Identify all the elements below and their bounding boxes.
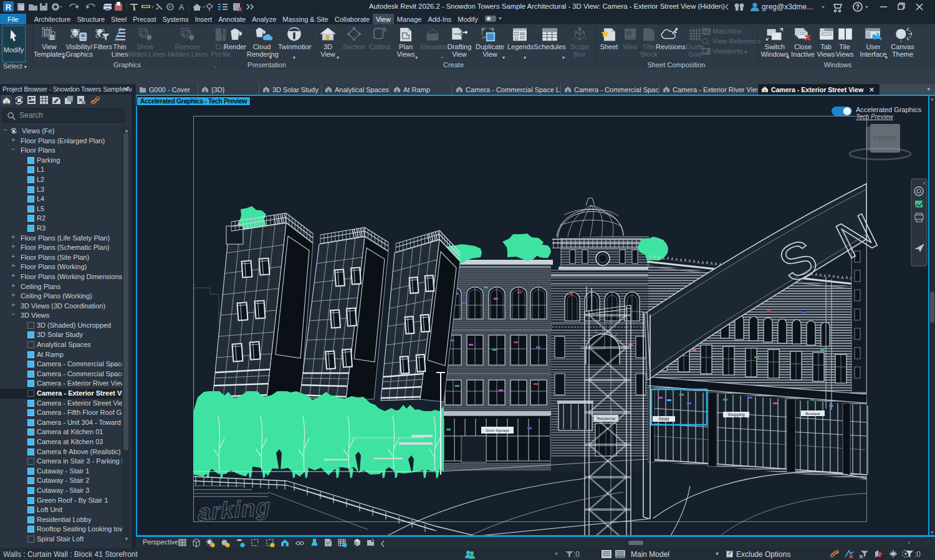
svg-text:FRONT: FRONT — [873, 135, 897, 142]
svg-text:greg@x3dme...: greg@x3dme... — [762, 2, 813, 11]
svg-text:Tech Preview: Tech Preview — [856, 113, 893, 120]
svg-text:Shopping: Shopping — [727, 412, 745, 417]
svg-text:Retail: Retail — [659, 417, 669, 421]
svg-text:P: P — [168, 4, 171, 10]
svg-text:Residential: Residential — [597, 417, 615, 420]
svg-text:Boutique: Boutique — [805, 412, 820, 415]
svg-text:arking: arking — [196, 493, 273, 526]
svg-text:Accelerated Graphics: Accelerated Graphics — [856, 106, 922, 113]
svg-text:?: ? — [856, 3, 860, 11]
svg-text:x: x — [923, 181, 926, 185]
svg-text:Store Signage: Store Signage — [486, 429, 510, 432]
svg-text:R: R — [6, 2, 12, 12]
svg-text:A: A — [179, 2, 185, 12]
